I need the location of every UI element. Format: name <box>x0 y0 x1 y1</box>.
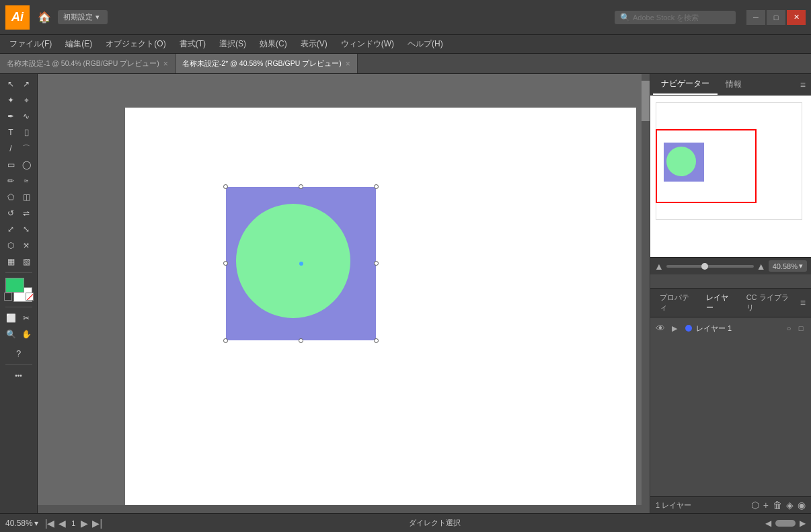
free-transform-tool[interactable]: ⤧ <box>19 238 34 253</box>
paintbucket-tool[interactable]: ⬠ <box>3 190 18 204</box>
curvature-tool[interactable]: ∿ <box>19 109 34 124</box>
handle-tl[interactable] <box>223 184 228 189</box>
nav-prev-button[interactable]: ◀ <box>57 518 67 529</box>
handle-tr[interactable] <box>374 184 379 189</box>
circle-shape[interactable] <box>236 204 350 318</box>
nav-next-button[interactable]: ▶ <box>79 518 89 529</box>
menu-help[interactable]: ヘルプ(H) <box>401 36 450 52</box>
eraser-tool[interactable]: ◫ <box>19 190 34 204</box>
nav-right-arrow[interactable]: ▶ <box>800 519 806 528</box>
pencil-tool[interactable]: ✏ <box>3 174 18 188</box>
type-tool[interactable]: T <box>3 125 18 140</box>
zoom-slider-thumb[interactable] <box>701 263 708 270</box>
menu-select[interactable]: 選択(S) <box>213 36 253 52</box>
menu-edit[interactable]: 編集(E) <box>59 36 99 52</box>
nav-last-button[interactable]: ▶| <box>91 518 104 529</box>
vertical-scrollbar[interactable] <box>642 74 650 513</box>
tab-2-close[interactable]: × <box>346 59 350 69</box>
default-colors-button[interactable] <box>4 293 12 301</box>
tab-cc-libraries[interactable]: CC ライブラリ <box>740 289 798 317</box>
canvas-area[interactable] <box>38 74 650 513</box>
menu-object[interactable]: オブジェクト(O) <box>99 36 172 52</box>
layers-panel-menu[interactable]: ≡ <box>798 295 808 311</box>
pen-tool[interactable]: ✒ <box>3 109 18 124</box>
tab-info[interactable]: 情報 <box>718 75 750 94</box>
handle-bm[interactable] <box>299 338 303 343</box>
layer-target-button[interactable]: ○ <box>784 324 794 333</box>
search-bar[interactable]: 🔍 <box>615 11 736 24</box>
workspace-switcher[interactable]: 初期設定 ▾ <box>58 10 108 24</box>
delete-layer-button[interactable]: 🗑 <box>773 500 782 510</box>
menu-effect[interactable]: 効果(C) <box>253 36 294 52</box>
layer-item[interactable]: 👁 ▶ レイヤー 1 ○ □ <box>650 320 811 336</box>
column-graph-tool[interactable]: ▧ <box>19 254 34 269</box>
zoom-tool[interactable]: 🔍 <box>3 327 18 342</box>
menu-type[interactable]: 書式(T) <box>173 36 213 52</box>
arc-tool[interactable]: ⌒ <box>19 141 34 156</box>
tab-layers[interactable]: レイヤー <box>699 289 739 317</box>
zoom-status[interactable]: 40.58% ▾ <box>5 519 38 528</box>
graph-tool[interactable]: ▦ <box>3 254 18 269</box>
select-tool[interactable]: ↖ <box>3 77 18 91</box>
layer-visibility-button[interactable]: 👁 <box>656 323 668 334</box>
puppet-warp-tool[interactable]: ⬡ <box>3 238 18 253</box>
lasso-tool[interactable]: ⌖ <box>19 93 34 108</box>
layer-lock-button[interactable]: □ <box>796 324 806 333</box>
vertical-scrollbar-thumb[interactable] <box>642 81 650 121</box>
add-layer-button[interactable]: + <box>763 500 769 510</box>
reflect-tool[interactable]: ⇌ <box>19 206 34 221</box>
rotate-tool[interactable]: ↺ <box>3 206 18 221</box>
zoom-slider[interactable] <box>666 265 754 268</box>
tab-properties[interactable]: プロパティ <box>653 289 699 317</box>
magic-wand-tool[interactable]: ✦ <box>3 93 18 108</box>
vertical-type-tool[interactable]: ⌷ <box>19 125 34 140</box>
nav-left-arrow[interactable]: ◀ <box>765 519 771 528</box>
close-button[interactable]: ✕ <box>787 10 806 25</box>
menu-view[interactable]: 表示(V) <box>294 36 334 52</box>
home-button[interactable]: 🏠 <box>35 8 54 27</box>
tab-navigator[interactable]: ナビゲーター <box>653 74 718 95</box>
zoom-value-button[interactable]: 40.58% ▾ <box>769 260 807 272</box>
nav-buttons: |◀ ◀ 1 ▶ ▶| <box>44 518 104 529</box>
handle-mr[interactable] <box>374 261 379 266</box>
scroll-indicator[interactable] <box>775 520 796 527</box>
make-clipping-button[interactable]: ⬡ <box>751 500 759 510</box>
spacer <box>650 274 811 288</box>
selected-rectangle[interactable] <box>226 187 376 340</box>
search-input[interactable] <box>633 13 727 22</box>
navigator-panel-menu[interactable]: ≡ <box>798 77 808 93</box>
rect-tool[interactable]: ▭ <box>3 157 18 172</box>
artboard-tool[interactable]: ⬜ <box>3 311 18 326</box>
tab-1-close[interactable]: × <box>163 59 168 69</box>
tab-document-2[interactable]: 名称未設定-2* @ 40.58% (RGB/GPU プレビュー) × <box>176 54 358 73</box>
handle-bl[interactable] <box>223 338 228 343</box>
none-color-button[interactable] <box>26 293 34 301</box>
handle-ml[interactable] <box>223 261 228 266</box>
zoom-out-button[interactable]: ▲ <box>654 261 664 272</box>
more-options-button[interactable]: ••• <box>3 368 35 383</box>
scale-tool[interactable]: ⤢ <box>3 222 18 237</box>
artboard <box>125 108 636 513</box>
smooth-tool[interactable]: ≈ <box>19 174 34 188</box>
layers-options-1[interactable]: ◈ <box>786 500 794 510</box>
fill-color[interactable] <box>5 278 24 293</box>
direct-select-tool[interactable]: ↗ <box>19 77 34 91</box>
restore-button[interactable]: □ <box>767 10 785 25</box>
layer-expand-button[interactable]: ▶ <box>672 324 681 333</box>
menu-window[interactable]: ウィンドウ(W) <box>334 36 401 52</box>
help-tool[interactable]: ? <box>3 346 35 360</box>
handle-tm[interactable] <box>299 184 303 189</box>
handle-br[interactable] <box>374 338 379 343</box>
ellipse-tool[interactable]: ◯ <box>19 157 34 172</box>
nav-first-button[interactable]: |◀ <box>44 518 56 529</box>
horizontal-scrollbar[interactable] <box>38 505 642 513</box>
slice-tool[interactable]: ✂ <box>19 311 34 326</box>
tab-document-1[interactable]: 名称未設定-1 @ 50.4% (RGB/GPU プレビュー) × <box>0 54 176 73</box>
menu-file[interactable]: ファイル(F) <box>3 36 59 52</box>
shear-tool[interactable]: ⤡ <box>19 222 34 237</box>
line-tool[interactable]: / <box>3 141 18 156</box>
minimize-button[interactable]: ─ <box>746 10 765 25</box>
layers-options-2[interactable]: ◉ <box>798 500 806 510</box>
zoom-in-button[interactable]: ▲ <box>757 261 766 272</box>
hand-tool[interactable]: ✋ <box>19 327 34 342</box>
